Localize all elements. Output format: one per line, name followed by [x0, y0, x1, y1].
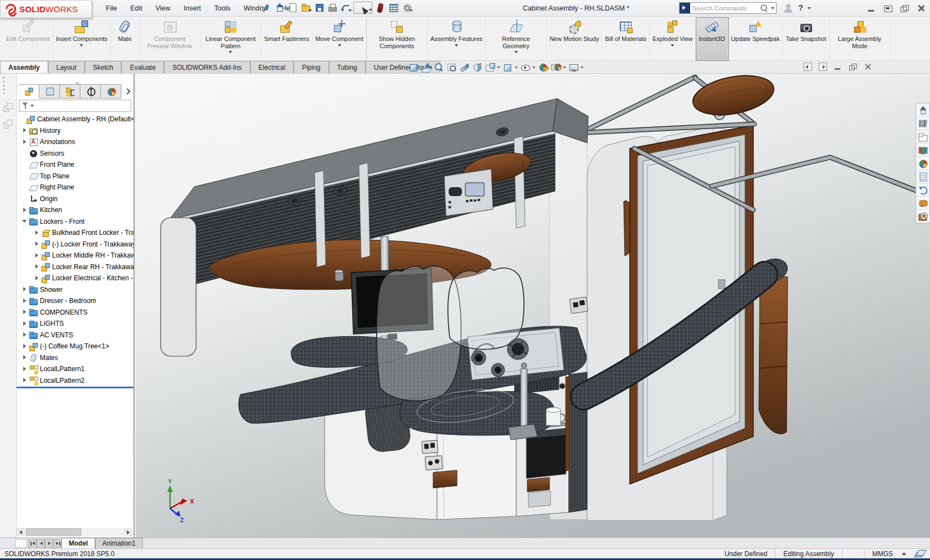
expand-arrow-icon[interactable]	[33, 275, 40, 282]
units-dropdown-icon[interactable]	[902, 552, 906, 555]
help-dropdown-icon[interactable]	[808, 7, 811, 9]
bill-of-materials-button[interactable]: Bill of Materials	[602, 18, 650, 60]
command-tab[interactable]: SOLIDWORKS Add-Ins	[164, 61, 250, 73]
expand-panel-icon[interactable]	[122, 84, 132, 99]
inspection-icon[interactable]	[916, 210, 929, 223]
show-hidden-components-button[interactable]: Show Hidden Components	[367, 18, 428, 60]
section-view-icon[interactable]	[472, 62, 482, 73]
print-icon[interactable]	[327, 2, 338, 14]
tree-item[interactable]: (-) Locker Front - Trakkaway 8	[17, 239, 133, 250]
undo-icon[interactable]	[340, 2, 351, 14]
expand-arrow-icon[interactable]	[33, 240, 40, 248]
expand-arrow-icon[interactable]	[33, 252, 40, 259]
next-frame-button[interactable]	[45, 539, 53, 548]
menu-item[interactable]: View	[150, 2, 177, 14]
command-tab[interactable]: Tubing	[329, 61, 366, 73]
tree-item[interactable]: AC VENTS	[17, 330, 133, 341]
expand-arrow-icon[interactable]	[21, 343, 28, 350]
view-palette-icon[interactable]	[916, 143, 929, 157]
tree-item[interactable]: (-) Coffee Mug Tree<1>	[17, 341, 133, 352]
previous-view-icon[interactable]	[434, 62, 444, 73]
dropdown-arrow-icon[interactable]	[455, 44, 458, 47]
tree-item[interactable]: Top Plane	[17, 171, 133, 182]
previous-frame-button[interactable]	[37, 539, 45, 548]
minimize-button[interactable]	[867, 4, 876, 13]
tree-item[interactable]: Dresser - Bedroom	[17, 295, 133, 307]
view-settings-icon[interactable]	[568, 62, 584, 73]
normal-to-icon[interactable]	[421, 62, 431, 73]
save-icon[interactable]	[314, 2, 325, 14]
dropdown-arrow-icon[interactable]	[338, 44, 341, 47]
menu-item[interactable]: Insert	[178, 2, 207, 14]
expand-arrow-icon[interactable]	[21, 218, 28, 225]
previous-pane-button[interactable]	[803, 62, 813, 71]
command-tab[interactable]: Layout	[48, 61, 85, 73]
tree-item[interactable]: Bulkhead Front Locker - Trakk	[17, 227, 133, 239]
command-tab[interactable]: Piping	[294, 61, 328, 73]
status-tag-icon[interactable]	[915, 549, 924, 558]
units-selector[interactable]: MMGS	[864, 549, 901, 558]
user-account-icon[interactable]	[783, 3, 793, 13]
command-tab[interactable]: Sketch	[85, 61, 122, 73]
expand-arrow-icon[interactable]	[21, 150, 28, 157]
docked-tool-icon[interactable]	[2, 119, 13, 130]
open-icon[interactable]	[300, 2, 311, 14]
expand-arrow-icon[interactable]	[21, 138, 28, 146]
dropdown-arrow-icon[interactable]	[80, 44, 83, 47]
filter-dropdown-icon[interactable]	[30, 105, 34, 107]
expand-arrow-icon[interactable]	[21, 286, 28, 293]
propertymanager-tab-icon[interactable]	[39, 84, 60, 99]
expand-arrow-icon[interactable]	[33, 229, 40, 237]
tree-item[interactable]: Shower	[17, 284, 133, 296]
search-dropdown-icon[interactable]	[771, 7, 774, 9]
scrollbar-thumb[interactable]	[26, 528, 81, 536]
expand-arrow-icon[interactable]	[21, 309, 28, 316]
solidworks-resources-icon[interactable]	[916, 104, 929, 117]
tree-item[interactable]: LocalLPattern2	[17, 375, 133, 387]
command-tab[interactable]: Assembly	[0, 61, 48, 73]
update-speedpak-button[interactable]: Update Speedpak	[728, 18, 783, 60]
3d-drawing-view-icon[interactable]	[459, 62, 470, 73]
edit-component-button[interactable]: Edit Component	[3, 18, 53, 60]
expand-arrow-icon[interactable]	[21, 331, 28, 338]
mate-button[interactable]: Mate	[111, 18, 140, 60]
tree-item[interactable]: Sensors	[17, 148, 133, 160]
tree-item[interactable]: COMPONENTS	[17, 307, 133, 318]
tree-item[interactable]: Locker Middle RH - Trakkawa	[17, 250, 133, 261]
expand-arrow-icon[interactable]	[21, 127, 28, 134]
dock-button[interactable]	[883, 4, 892, 13]
filter-input[interactable]	[36, 102, 131, 110]
zoom-to-fit-icon[interactable]	[408, 62, 419, 73]
docked-tool-icon[interactable]	[2, 102, 13, 114]
expand-arrow-icon[interactable]	[21, 377, 28, 384]
move-component-button[interactable]: Move Component	[312, 18, 367, 60]
command-tab[interactable]: Evaluate	[121, 61, 164, 73]
expand-arrow-icon[interactable]	[18, 116, 25, 123]
tree-item[interactable]: Locker Electrical - Kitchen - T	[17, 273, 133, 284]
dropdown-arrow-icon[interactable]	[515, 66, 518, 69]
expand-arrow-icon[interactable]	[21, 320, 28, 327]
tree-item[interactable]: Kitchen	[17, 204, 133, 216]
viewport-canvas[interactable]: Y X Z	[136, 74, 930, 537]
edit-appearance-icon[interactable]	[538, 62, 548, 73]
appearances-scenes-icon[interactable]	[916, 157, 929, 170]
dropdown-arrow-icon[interactable]	[671, 44, 674, 47]
tree-item[interactable]: LIGHTS	[17, 318, 133, 330]
go-to-end-button[interactable]	[53, 539, 61, 548]
new-motion-study-button[interactable]: New Motion Study	[547, 18, 602, 60]
expand-arrow-icon[interactable]	[33, 263, 40, 270]
restore-button[interactable]	[900, 4, 909, 13]
radio-control-panel[interactable]	[444, 169, 493, 216]
tree-item[interactable]: Locker Rear RH - Trakkaway 8	[17, 261, 133, 273]
tree-item[interactable]: Mates	[17, 352, 133, 364]
exploded-view-button[interactable]: Exploded View	[650, 18, 696, 60]
design-library-icon[interactable]	[916, 117, 929, 130]
dropdown-arrow-icon[interactable]	[497, 66, 500, 69]
scroll-left-button[interactable]	[17, 528, 25, 536]
search-icon[interactable]	[759, 3, 769, 13]
expand-arrow-icon[interactable]	[21, 184, 28, 191]
configurationmanager-tab-icon[interactable]	[60, 84, 80, 99]
file-explorer-icon[interactable]	[916, 130, 929, 143]
hide-show-items-icon[interactable]	[520, 62, 536, 73]
linear-component-pattern-button[interactable]: Linear Component Pattern	[201, 18, 261, 60]
